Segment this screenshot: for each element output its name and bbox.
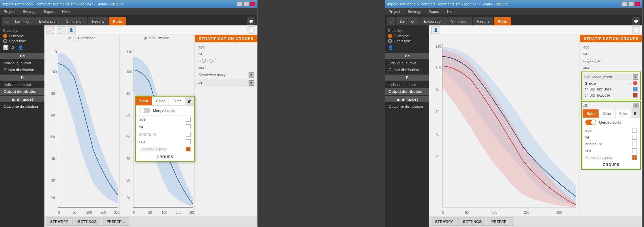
prefer-btn-right[interactable]: PREFER... [487,218,514,226]
chart-tool-2-left[interactable]: 📉 [57,26,65,34]
split-tab-color-left[interactable]: Color [152,97,169,105]
menu-help-left[interactable]: Help [61,9,71,14]
person-icon-right[interactable]: 👤 [388,45,393,50]
strat-edit-id-left[interactable]: ✎ [249,80,254,86]
minimize-button-right[interactable]: _ [622,2,627,6]
menu-settings-right[interactable]: Settings [406,9,423,14]
strat-row-origid-left[interactable]: original_id [195,57,257,64]
strat-row-wt-right[interactable]: wt [580,50,642,57]
sidebar-individual-output-r-right[interactable]: Individual output [385,81,429,88]
sidebar-individual-output-r-left[interactable]: Individual output [0,81,44,88]
id-merged-toggle[interactable] [585,120,596,125]
stratify-btn-right[interactable]: STRATIFY [431,218,457,226]
maximize-button-left[interactable]: □ [243,2,249,6]
sidebar-outcome-dist-iit-left[interactable]: Outcome distribution [0,103,44,110]
close-button-right[interactable]: ✕ [635,2,640,6]
radio-outcome-right[interactable]: Outcome [388,34,427,38]
chat-icon-left[interactable]: 💬 [247,17,255,25]
id-check-sex[interactable]: sex [583,147,640,154]
menu-export-right[interactable]: Export [427,9,441,14]
id-split-tab-filter[interactable]: Filter [616,109,631,118]
tab-exploration-right[interactable]: Exploration [420,17,447,25]
strat-edit-simgroup-left[interactable]: ✎ [249,72,254,78]
chart-icon-left[interactable]: 📊 [3,45,8,50]
close-button-left[interactable]: ✕ [250,2,255,6]
id-checkbox-age[interactable] [632,128,637,133]
split-checkbox-wt-left[interactable] [186,124,191,129]
strat-edit-id-right[interactable]: ✎ [633,103,639,108]
chart-tool-1-left[interactable]: 📈 [46,26,55,34]
menu-help-right[interactable]: Help [446,9,456,14]
id-checkbox-sex[interactable] [632,148,637,153]
strat-row-sex-right[interactable]: sex [580,64,642,71]
tab-plots-left[interactable]: Plots [109,17,126,25]
sidebar-output-dist-r-left[interactable]: Output distribution [0,88,44,95]
home-tab-right[interactable]: ⌂ [387,17,395,25]
minimize-button-left[interactable]: _ [237,2,242,6]
split-checkbox-age-left[interactable] [186,117,191,122]
sidebar-individual-output-cc-left[interactable]: Individual output [0,60,44,66]
tab-definition-right[interactable]: Definition [396,17,419,25]
settings-btn-left[interactable]: SETTINGS [74,218,101,226]
id-split-tab-split[interactable]: Split [583,109,599,118]
sidebar-outcome-dist-iit-right[interactable]: Outcome distribution [385,103,429,110]
id-check-age[interactable]: age [583,127,640,134]
tab-results-left[interactable]: Results [88,17,109,25]
sidebar-output-dist-cc-left[interactable]: Output distribution [0,66,44,73]
strat-row-age-left[interactable]: age [195,44,257,50]
menu-project-left[interactable]: Project [2,9,17,14]
split-check-simgroup-left[interactable]: Simulation group ✓ [136,145,194,153]
id-split-delete[interactable]: 🗑 [631,109,640,118]
menu-export-left[interactable]: Export [42,9,56,14]
sidebar-individual-output-cc-right[interactable]: Individual output [385,60,429,66]
chart-tool-1-right[interactable]: 👤 [431,26,440,34]
tab-simulation-right[interactable]: Simulation [447,17,472,25]
strat-row-simgroup-right[interactable]: Simulation group ✎ [583,74,639,80]
id-check-simgroup[interactable]: Simulation group ✓ [583,154,640,161]
strat-row-id-left[interactable]: ID ✎ [195,79,257,87]
sort-color-icon[interactable]: 🔴 [633,81,638,85]
id-split-tab-color[interactable]: Color [599,109,615,118]
stratify-btn-left[interactable]: STRATIFY [46,218,73,226]
menu-settings-left[interactable]: Settings [21,9,38,14]
tab-plots-right[interactable]: Plots [494,17,511,25]
chart-tool-3-left[interactable]: 👤 [67,26,76,34]
id-check-origid[interactable]: original_id [583,141,640,147]
strat-row-age-right[interactable]: age [580,44,642,50]
strat-row-simgroup-left[interactable]: Simulation group ✎ [195,71,257,79]
split-check-age-left[interactable]: age [136,116,194,123]
sidebar-output-dist-r-right[interactable]: Output distribution [385,88,429,95]
split-tab-filter-left[interactable]: Filter [169,97,185,105]
menu-project-right[interactable]: Project [387,9,402,14]
strat-edit-simgroup-right[interactable]: ✎ [633,74,638,80]
merged-toggle-left[interactable] [139,108,150,113]
chart-menu-right[interactable]: ☰ [632,26,640,34]
strat-row-sex-left[interactable]: sex [195,64,257,71]
split-checkbox-simgroup-left[interactable]: ✓ [186,147,191,151]
tab-definition-left[interactable]: Definition [11,17,35,25]
split-checkbox-origid-left[interactable] [186,132,191,137]
radio-charttype-left[interactable]: Chart type [3,39,42,43]
settings-btn-right[interactable]: SETTINGS [458,218,486,226]
id-checkbox-origid[interactable] [632,142,637,146]
sort-up-icon[interactable]: ↑ [630,81,632,85]
strat-row-id-right[interactable]: ID ✎ [583,102,640,109]
sidebar-output-dist-cc-right[interactable]: Output distribution [385,66,429,73]
maximize-button-right[interactable]: □ [628,2,634,6]
person-icon-left[interactable]: 👤 [18,45,23,50]
radio-outcome-left[interactable]: Outcome [3,34,42,38]
chart-menu-left[interactable]: ☰ [248,26,255,34]
tab-results-right[interactable]: Results [473,17,493,25]
split-check-wt-left[interactable]: wt [136,123,194,130]
tab-simulation-left[interactable]: Simulation [62,17,87,25]
strat-row-origid-right[interactable]: original_id [580,57,642,64]
id-checkbox-wt[interactable] [632,135,637,140]
strat-row-wt-left[interactable]: wt [195,50,257,57]
chat-icon-right[interactable]: 💬 [632,17,640,25]
settings-icon-left[interactable]: ⚙ [11,45,15,50]
split-tab-split-left[interactable]: Split [136,97,152,105]
prefer-btn-left[interactable]: PREFER... [102,218,129,226]
split-checkbox-sex-left[interactable] [186,139,191,144]
home-tab-left[interactable]: ⌂ [2,17,11,25]
split-check-sex-left[interactable]: sex [136,138,194,145]
